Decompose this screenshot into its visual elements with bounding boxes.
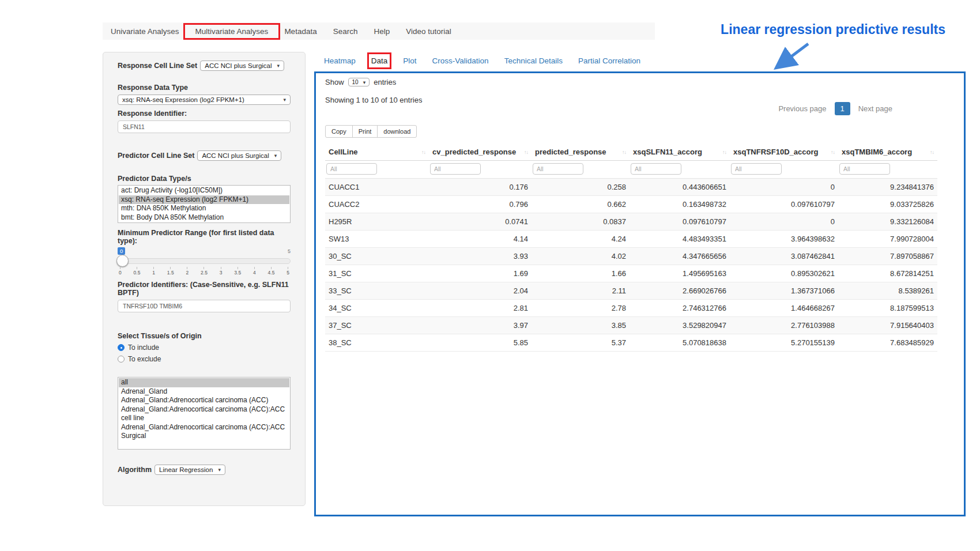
table-row: 33_SC2.042.112.6690267661.3673710668.538…: [325, 282, 937, 300]
tab-technical-details[interactable]: Technical Details: [504, 56, 563, 65]
tab-heatmap[interactable]: Heatmap: [324, 56, 356, 65]
next-page-button[interactable]: Next page: [855, 102, 896, 115]
cellline-cell: 30_SC: [325, 248, 429, 265]
nav-item-multivariate-analyses[interactable]: Multivariate Analyses: [187, 27, 277, 36]
value-cell: 0.895302621: [730, 265, 838, 282]
print-button[interactable]: Print: [352, 125, 378, 138]
value-cell: 5.070818638: [630, 334, 730, 352]
slider-value-badge: 0: [118, 247, 125, 255]
list-option-adrenal-gland[interactable]: Adrenal_Gland: [119, 387, 289, 397]
value-cell: 0.097610797: [730, 196, 838, 213]
column-filter-input-cellline[interactable]: [326, 163, 377, 175]
column-label: xsqSLFN11_accorg: [633, 148, 702, 156]
sort-icon[interactable]: ↑↓: [831, 149, 835, 155]
predictor-data-type-label: Predictor Data Type/s: [118, 175, 291, 183]
previous-page-button[interactable]: Previous page: [775, 102, 830, 115]
response-cell-line-set-select[interactable]: ACC NCI plus Surgical ▾: [200, 61, 284, 71]
tab-data[interactable]: Data: [371, 56, 388, 65]
value-cell: 0.176: [429, 179, 532, 196]
value-cell: 3.85: [532, 317, 630, 334]
sort-icon[interactable]: ↑↓: [722, 149, 726, 155]
column-filter-input-xsqtnfrsf10d-accorg[interactable]: [731, 163, 782, 175]
list-option-adrenal-gland-adrenocortical-carcinoma-a[interactable]: Adrenal_Gland:Adrenocortical carcinoma (…: [119, 405, 289, 423]
nav-item-help[interactable]: Help: [365, 27, 398, 36]
column-header-predicted-response[interactable]: predicted_response↑↓: [532, 144, 630, 161]
tab-partial-correlation[interactable]: Partial Correlation: [578, 56, 640, 65]
slider-max-label: 5: [288, 248, 291, 254]
column-filter-input-xsqslfn11-accorg[interactable]: [631, 163, 681, 175]
value-cell: 5.37: [532, 334, 630, 352]
predictor-cell-line-set-select[interactable]: ACC NCI plus Surgical ▾: [197, 150, 281, 161]
column-header-cellline[interactable]: CellLine↑↓: [325, 144, 429, 161]
nav-item-univariate-analyses[interactable]: Univariate Analyses: [103, 27, 187, 36]
column-header-xsqtnfrsf10d-accorg[interactable]: xsqTNFRSF10D_accorg↑↓: [730, 144, 838, 161]
sort-icon[interactable]: ↑↓: [421, 149, 425, 155]
column-label: cv_predicted_response: [432, 148, 516, 156]
algorithm-label: Algorithm: [118, 466, 152, 474]
radio-label: To include: [128, 344, 159, 352]
select-value: 10: [352, 79, 359, 85]
nav-item-video-tutorial[interactable]: Video tutorial: [398, 27, 459, 36]
min-predictor-range-slider[interactable]: 0 5 00.511.522.533.544.55: [118, 247, 291, 276]
value-cell: 2.11: [532, 282, 630, 300]
value-cell: 2.669026766: [630, 282, 730, 300]
predictor-identifiers-input[interactable]: [118, 300, 291, 312]
predictor-data-type-list[interactable]: act: Drug Activity (-log10[IC50M])xsq: R…: [118, 185, 291, 223]
sort-icon[interactable]: ↑↓: [930, 149, 934, 155]
value-cell: 1.66: [532, 265, 630, 282]
radio-button-icon[interactable]: [118, 344, 125, 351]
list-option-all[interactable]: all: [119, 378, 289, 387]
column-filter-input-cv-predicted-response[interactable]: [430, 163, 481, 175]
radio-button-icon[interactable]: [118, 356, 125, 363]
list-option-act-drug-activity-log10-ic50m[interactable]: act: Drug Activity (-log10[IC50M]): [119, 186, 289, 195]
response-data-type-select[interactable]: xsq: RNA-seq Expression (log2 FPKM+1) ▾: [118, 95, 291, 105]
annotation-title: Linear regression predictive results: [721, 22, 945, 37]
tab-cross-validation[interactable]: Cross-Validation: [432, 56, 489, 65]
value-cell: 0.163498732: [630, 196, 730, 213]
value-cell: 7.683485929: [838, 334, 937, 352]
slider-handle[interactable]: [116, 255, 129, 267]
list-option-adrenal-gland-adrenocortical-carcinoma-a[interactable]: Adrenal_Gland:Adrenocortical carcinoma (…: [119, 396, 289, 405]
nav-item-metadata[interactable]: Metadata: [276, 27, 325, 36]
list-option-adrenal-gland-adrenocortical-carcinoma-a[interactable]: Adrenal_Gland:Adrenocortical carcinoma (…: [119, 423, 289, 441]
value-cell: 7.897058867: [838, 248, 937, 265]
cellline-cell: 34_SC: [325, 300, 429, 317]
column-header-xsqslfn11-accorg[interactable]: xsqSLFN11_accorg↑↓: [630, 144, 730, 161]
list-option-bmt-body-dna-850k-methylation[interactable]: bmt: Body DNA 850K Methylation: [119, 213, 289, 222]
sort-icon[interactable]: ↑↓: [524, 149, 528, 155]
value-cell: 0: [730, 213, 838, 231]
value-cell: 4.483493351: [630, 231, 730, 248]
list-option-mth-dna-850k-methylation[interactable]: mth: DNA 850K Methylation: [119, 204, 289, 213]
column-filter-input-xsqtmbim6-accorg[interactable]: [839, 163, 890, 175]
table-header-row: CellLine↑↓cv_predicted_response↑↓predict…: [325, 144, 937, 161]
value-cell: 4.347665656: [630, 248, 730, 265]
response-identifier-label: Response Identifier:: [118, 110, 291, 118]
column-filter-input-predicted-response[interactable]: [533, 163, 583, 175]
download-button[interactable]: download: [377, 125, 417, 138]
sort-icon[interactable]: ↑↓: [622, 149, 626, 155]
table-row: 38_SC5.855.375.0708186385.2701551397.683…: [325, 334, 937, 352]
copy-button[interactable]: Copy: [325, 125, 353, 138]
value-cell: 2.04: [429, 282, 532, 300]
radio-to-exclude[interactable]: To exclude: [118, 355, 291, 363]
show-entries-prefix: Show: [325, 78, 344, 86]
show-entries-suffix: entries: [374, 78, 396, 86]
results-panel: Show 10 ▾ entries Showing 1 to 10 of 10 …: [314, 71, 966, 516]
page-number-button[interactable]: 1: [835, 102, 850, 115]
tissue-list[interactable]: allAdrenal_GlandAdrenal_Gland:Adrenocort…: [118, 377, 291, 450]
list-option-xsq-rna-seq-expression-log2-fpkm-1[interactable]: xsq: RNA-seq Expression (log2 FPKM+1): [119, 195, 289, 205]
column-header-xsqtmbim6-accorg[interactable]: xsqTMBIM6_accorg↑↓: [838, 144, 937, 161]
value-cell: 1.495695163: [630, 265, 730, 282]
radio-to-include[interactable]: To include: [118, 344, 291, 352]
slider-tick-label: 1: [152, 267, 155, 276]
algorithm-select[interactable]: Linear Regression ▾: [154, 465, 225, 475]
nav-item-search[interactable]: Search: [325, 27, 366, 36]
chevron-down-icon: ▾: [218, 467, 221, 473]
table-row: 37_SC3.973.853.5298209472.7761039887.915…: [325, 317, 937, 334]
entries-per-page-select[interactable]: 10 ▾: [348, 78, 370, 86]
column-header-cv-predicted-response[interactable]: cv_predicted_response↑↓: [429, 144, 532, 161]
response-identifier-input[interactable]: [118, 120, 291, 133]
slider-track[interactable]: [118, 258, 291, 264]
tab-plot[interactable]: Plot: [403, 56, 416, 65]
cellline-cell: CUACC1: [325, 179, 429, 196]
